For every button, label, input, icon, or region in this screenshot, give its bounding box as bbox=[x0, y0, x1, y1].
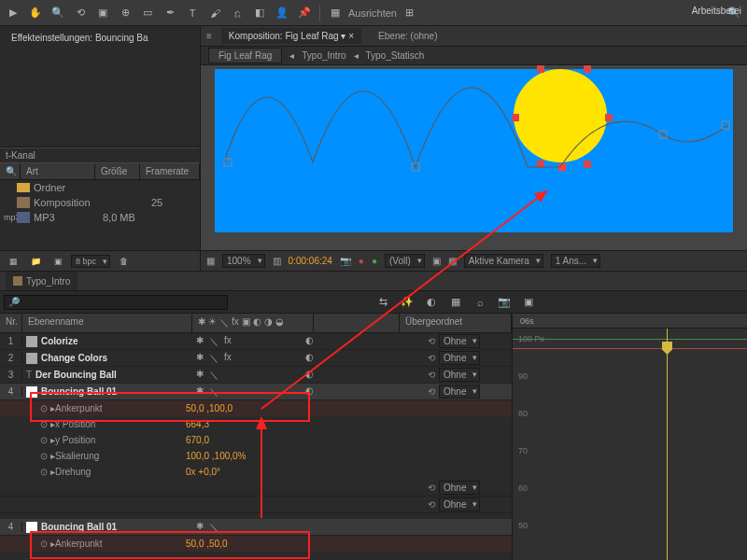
layer-row[interactable]: 2 Change Colors ✱＼fx◐ ⟲Ohne bbox=[0, 350, 512, 367]
grid-label: 90 bbox=[518, 371, 528, 381]
layer-row[interactable]: 4Bouncing Ball 01✱＼ bbox=[0, 519, 512, 536]
effects-panel-tab[interactable]: Effekteinstellungen: Bouncing Ba bbox=[4, 30, 196, 46]
project-row-comp[interactable]: Komposition 25 bbox=[0, 195, 200, 210]
comp-menu-icon[interactable]: ≡ bbox=[206, 31, 212, 41]
layer-row[interactable]: 3 TDer Bouncing Ball ✱＼◐ ⟲Ohne bbox=[0, 367, 512, 384]
property-value[interactable]: 664,3 bbox=[186, 419, 209, 429]
breadcrumb-item[interactable]: Typo_Intro bbox=[302, 50, 345, 61]
anchor-tool-icon[interactable]: ⊕ bbox=[116, 4, 134, 22]
roi-icon[interactable]: ▣ bbox=[432, 256, 441, 266]
grid-label: 70 bbox=[518, 446, 528, 455]
parent-dropdown[interactable]: Ohne bbox=[439, 368, 480, 382]
timeline-search-input[interactable] bbox=[4, 295, 228, 310]
property-row[interactable]: ⊙▸ x Position664,3 bbox=[0, 416, 512, 432]
timeline-ruler[interactable]: 06s bbox=[513, 314, 747, 329]
bit-depth-dropdown[interactable]: 8 bpc bbox=[71, 255, 110, 268]
roto-tool-icon[interactable]: 👤 bbox=[273, 4, 291, 22]
puppet-tool-icon[interactable]: 📌 bbox=[295, 4, 314, 22]
layout-icon[interactable]: ▥ bbox=[273, 256, 281, 266]
stopwatch-icon[interactable]: ⊙ bbox=[37, 403, 50, 413]
views-dropdown[interactable]: 1 Ans... bbox=[551, 254, 600, 268]
property-value[interactable]: 670,0 bbox=[186, 435, 209, 445]
tl-icon[interactable]: ⌕ bbox=[471, 293, 489, 312]
property-row[interactable]: ⊙▸ Drehung0x +0,0° bbox=[0, 464, 512, 480]
channel-icon[interactable]: ● bbox=[372, 256, 377, 266]
channel-icon[interactable]: ● bbox=[359, 256, 364, 266]
selection-tool-icon[interactable]: ▶ bbox=[4, 4, 22, 22]
layer-panel-tab[interactable]: Ebene: (ohne) bbox=[371, 28, 444, 44]
property-row[interactable]: ⊙▸ Skalierung100,0 ,100,0% bbox=[0, 448, 512, 464]
timeline-tab[interactable]: Typo_Intro bbox=[6, 272, 78, 290]
grid-label: 50 bbox=[518, 521, 528, 530]
layer-row[interactable]: 4 Bouncing Ball 01 ✱＼◐ ⟲Ohne bbox=[0, 384, 512, 400]
composition-icon bbox=[17, 197, 30, 208]
property-row[interactable]: ⊙▸ y Position670,0 bbox=[0, 432, 512, 448]
composition-viewport[interactable]: ➤ bbox=[201, 65, 747, 250]
hand-tool-icon[interactable]: ✋ bbox=[26, 4, 45, 22]
col-name: Ebenenname bbox=[22, 314, 192, 332]
grid-icon[interactable]: ▦ bbox=[326, 4, 345, 22]
property-row[interactable]: ⊙▸ Ankerpunkt50,0 ,100,0 bbox=[0, 400, 512, 416]
tl-icon[interactable]: ▣ bbox=[519, 293, 538, 312]
breadcrumb-item[interactable]: Fig Leaf Rag bbox=[208, 48, 282, 63]
snapshot-icon[interactable]: 📷 bbox=[340, 256, 351, 266]
text-tool-icon[interactable]: T bbox=[183, 4, 202, 22]
zoom-dropdown[interactable]: 100% bbox=[222, 254, 265, 268]
pen-tool-icon[interactable]: ✒ bbox=[161, 4, 179, 22]
align-label: Ausrichten bbox=[348, 7, 397, 19]
playhead[interactable] bbox=[667, 329, 668, 560]
main-toolbar: ▶ ✋ 🔍 ⟲ ▣ ⊕ ▭ ✒ T 🖌 ⎌ ◧ 👤 📌 ▦ Ausrichten… bbox=[0, 0, 747, 26]
stopwatch-icon[interactable]: ⊙ bbox=[37, 435, 50, 445]
camera-dropdown[interactable]: Aktive Kamera bbox=[464, 254, 543, 268]
shape-tool-icon[interactable]: ▭ bbox=[138, 4, 157, 22]
grid-label: 80 bbox=[518, 409, 528, 418]
stopwatch-icon[interactable]: ⊙ bbox=[37, 451, 50, 461]
property-row[interactable]: ⊙▸ Ankerpunkt50,0 ,50,0 bbox=[0, 536, 512, 552]
new-comp-icon[interactable]: ▣ bbox=[49, 252, 67, 271]
interpret-icon[interactable]: ▦ bbox=[4, 252, 22, 271]
folder-icon bbox=[17, 183, 30, 192]
audio-icon bbox=[17, 212, 30, 223]
stopwatch-icon[interactable]: ⊙ bbox=[37, 419, 50, 429]
zoom-tool-icon[interactable]: 🔍 bbox=[49, 4, 67, 22]
breadcrumb: Fig Leaf Rag◂ Typo_Intro◂ Typo_Statisch bbox=[201, 47, 747, 65]
project-row-mp3[interactable]: mp3 MP3 8,0 MB bbox=[0, 210, 200, 225]
tl-icon[interactable]: ◐ bbox=[422, 293, 441, 312]
layer-row[interactable]: ⟲Ohne bbox=[0, 497, 512, 513]
project-header: 🔍 Art Größe Framerate bbox=[0, 162, 200, 180]
property-value[interactable]: 100,0 ,100,0% bbox=[186, 451, 247, 461]
workspace-label[interactable]: Arbeitsberei bbox=[692, 6, 741, 16]
parent-dropdown[interactable]: Ohne bbox=[439, 351, 480, 365]
parent-dropdown[interactable]: Ohne bbox=[439, 385, 480, 399]
stopwatch-icon[interactable]: ⊙ bbox=[37, 467, 50, 477]
stamp-tool-icon[interactable]: ⎌ bbox=[228, 4, 247, 22]
trash-icon[interactable]: 🗑 bbox=[114, 252, 133, 271]
kanal-label: t-Kanal bbox=[0, 147, 200, 162]
resolution-dropdown[interactable]: (Voll) bbox=[385, 254, 425, 268]
tl-icon[interactable]: ▦ bbox=[446, 293, 465, 312]
tl-icon[interactable]: 📷 bbox=[495, 293, 514, 312]
rotate-tool-icon[interactable]: ⟲ bbox=[71, 4, 90, 22]
breadcrumb-item[interactable]: Typo_Statisch bbox=[366, 50, 425, 61]
property-value[interactable]: 50,0 ,100,0 bbox=[186, 403, 233, 413]
snap-icon[interactable]: ⊞ bbox=[401, 4, 419, 22]
parent-dropdown[interactable]: Ohne bbox=[439, 334, 480, 348]
eraser-tool-icon[interactable]: ◧ bbox=[250, 4, 269, 22]
layer-row[interactable]: ⟲Ohne bbox=[0, 480, 512, 497]
layer-row[interactable]: 1 Colorize ✱＼fx◐ ⟲Ohne bbox=[0, 333, 512, 350]
camera-tool-icon[interactable]: ▣ bbox=[93, 4, 112, 22]
transparency-icon[interactable]: ▦ bbox=[448, 256, 457, 266]
tl-icon[interactable]: ✨ bbox=[398, 293, 416, 312]
timecode[interactable]: 0:00:06:24 bbox=[289, 256, 332, 266]
property-value[interactable]: 0x +0,0° bbox=[186, 467, 220, 477]
grid-label: 60 bbox=[518, 483, 528, 493]
viewport-footer: ▦ 100% ▥ 0:00:06:24 📷 ● ● (Voll) ▣ ▦ Akt… bbox=[201, 250, 747, 271]
new-folder-icon[interactable]: 📁 bbox=[26, 252, 45, 271]
comp-panel-tab[interactable]: Komposition: Fig Leaf Rag ▾ × bbox=[221, 28, 361, 44]
brush-tool-icon[interactable]: 🖌 bbox=[205, 4, 224, 22]
tl-icon[interactable]: ⇆ bbox=[374, 293, 392, 312]
grid-toggle-icon[interactable]: ▦ bbox=[206, 256, 215, 266]
col-switches: ✱☀＼fx▣◐◑◒ bbox=[192, 314, 314, 332]
project-row-folder[interactable]: Ordner bbox=[0, 180, 200, 195]
col-parent: Übergeordnet bbox=[400, 314, 512, 332]
